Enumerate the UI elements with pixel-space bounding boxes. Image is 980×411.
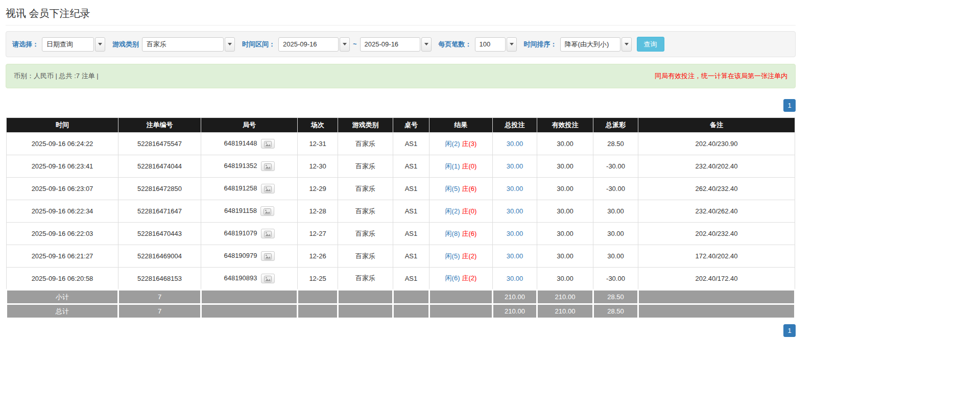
cell-time: 2025-09-16 06:24:22 [7,133,118,155]
cell-total-bet: 30.00 [493,268,537,290]
search-button[interactable]: 查询 [637,37,664,52]
round-replay-button[interactable] [261,251,275,261]
session-value: 12-30 [309,162,326,170]
grand-total-empty-cell [393,304,429,319]
date-from-input[interactable] [278,37,339,52]
chevron-down-icon [510,43,514,45]
round-replay-button[interactable] [261,229,275,238]
subtotal-empty-cell [338,290,393,304]
round-number: 648191258 [224,184,257,192]
chevron-down-icon [98,43,102,45]
grand-total-valid-bet: 210.00 [537,304,593,319]
table-no-value: AS1 [405,230,418,237]
total-bet-link[interactable]: 30.00 [507,162,523,170]
sort-combo [560,37,632,52]
total-bet-link[interactable]: 30.00 [507,230,523,237]
result-banker: 庄(0) [462,162,477,170]
query-type-label: 请选择： [12,40,39,49]
time-value: 2025-09-16 06:23:07 [32,185,93,192]
round-replay-button[interactable] [261,161,275,171]
cell-time: 2025-09-16 06:23:07 [7,178,118,200]
cell-total-bet: 30.00 [493,245,537,268]
game-type-dropdown-button[interactable] [225,37,235,52]
date-to-input[interactable] [360,37,420,52]
cell-session: 12-27 [298,223,338,245]
sort-dropdown-button[interactable] [622,37,632,52]
session-value: 12-31 [309,140,326,148]
valid-bet-value: 30.00 [557,252,573,260]
game-type-label: 游戏类别 [112,40,139,49]
replay-image-icon [264,208,271,215]
payout-value: -30.00 [606,275,625,282]
sort-label: 时间排序： [524,40,557,49]
payout-value: 28.50 [607,140,624,148]
grand-total-empty-cell [429,304,493,319]
round-number: 648191158 [224,207,257,214]
betting-records-table: 时间注单编号局号场次游戏类别桌号结果总投注有效投注总派彩备注 2025-09-1… [6,117,796,319]
cell-note: 172.40/202.40 [638,245,795,268]
result-player: 闲(2) [445,207,460,215]
grand-total-empty-cell [338,304,393,319]
page-header: 视讯 会员下注纪录 [6,0,796,26]
cell-session: 12-29 [298,178,338,200]
total-bet-link[interactable]: 30.00 [507,185,523,192]
game-type-input[interactable] [142,37,224,52]
note-value: 232.40/202.40 [695,162,737,170]
page-1-button[interactable]: 1 [783,324,796,337]
chevron-down-icon [625,43,629,45]
chevron-down-icon [228,43,232,45]
cell-time: 2025-09-16 06:20:58 [7,268,118,290]
page-1-button[interactable]: 1 [783,99,796,112]
cell-total-bet: 30.00 [493,155,537,178]
sort-input[interactable] [560,37,620,52]
grand-total-total-bet: 210.00 [493,304,537,319]
cell-result: 闲(6)庄(2) [429,268,493,290]
result-player: 闲(1) [445,162,460,170]
date-from-dropdown-button[interactable] [340,37,350,52]
cell-session: 12-26 [298,245,338,268]
result-banker: 庄(6) [462,230,477,237]
replay-image-icon [264,253,272,260]
valid-bet-value: 30.00 [557,162,573,170]
cell-time: 2025-09-16 06:22:03 [7,223,118,245]
page-container: 视讯 会员下注纪录 请选择： 游戏类别 时间区间： ~ 每页笔数： 时间排序： [6,0,796,337]
table-row: 2025-09-16 06:20:58522816468153648190893… [7,268,795,290]
grand-total-payout: 28.50 [593,304,638,319]
bet-id-value: 522816468153 [137,275,182,282]
game-type-value: 百家乐 [355,252,375,260]
total-bet-link[interactable]: 30.00 [507,252,523,260]
column-header: 总投注 [493,118,537,133]
bet-id-value: 522816469004 [137,252,182,260]
table-no-value: AS1 [405,252,418,260]
total-bet-link[interactable]: 30.00 [507,140,523,148]
round-replay-button[interactable] [261,139,275,149]
cell-note: 202.40/172.40 [638,268,795,290]
query-type-dropdown-button[interactable] [95,37,105,52]
total-bet-link[interactable]: 30.00 [507,275,523,282]
cell-game-type: 百家乐 [338,178,393,200]
per-page-dropdown-button[interactable] [507,37,517,52]
game-type-value: 百家乐 [355,274,375,282]
cell-payout: -30.00 [593,178,638,200]
session-value: 12-25 [309,275,326,282]
round-replay-button[interactable] [261,184,275,194]
cell-result: 闲(5)庄(6) [429,178,493,200]
column-header: 总派彩 [593,118,638,133]
per-page-input[interactable] [475,37,506,52]
time-value: 2025-09-16 06:22:34 [32,207,93,215]
time-value: 2025-09-16 06:24:22 [32,140,93,148]
round-replay-button[interactable] [260,206,274,216]
total-bet-link[interactable]: 30.00 [507,207,523,215]
cell-time: 2025-09-16 06:22:34 [7,200,118,223]
grand-total-label: 总计 [7,304,118,319]
date-to-dropdown-button[interactable] [421,37,432,52]
bet-id-value: 522816474044 [137,162,182,170]
subtotal-valid-bet: 210.00 [537,290,593,304]
cell-table-no: AS1 [393,200,429,223]
note-value: 202.40/232.40 [695,230,737,237]
subtotal-count: 7 [118,290,201,304]
subtotal-empty-cell [201,290,298,304]
cell-note: 232.40/262.40 [638,200,795,223]
query-type-input[interactable] [42,37,94,52]
round-replay-button[interactable] [261,274,275,283]
